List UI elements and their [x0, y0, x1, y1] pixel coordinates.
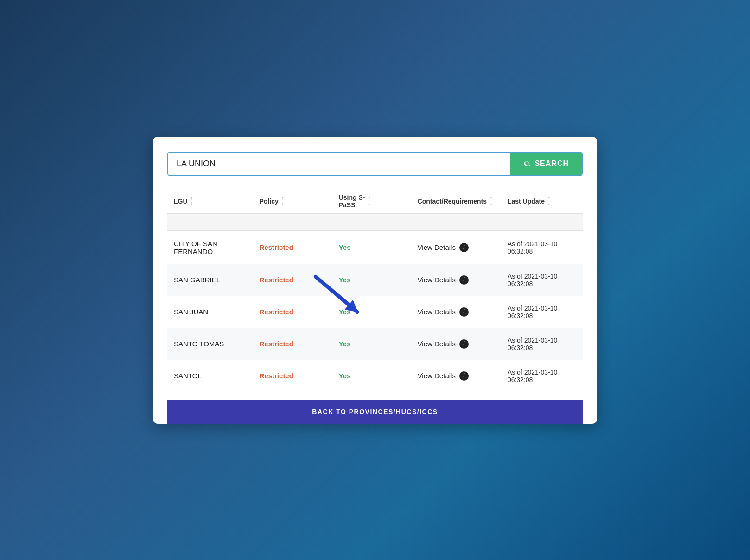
sort-spass-icon[interactable]: ↑↓ [368, 196, 370, 205]
info-icon[interactable]: i [459, 243, 469, 252]
search-input[interactable] [168, 153, 510, 175]
filter-policy[interactable] [260, 217, 326, 228]
spass-value: Yes [332, 231, 411, 264]
search-row: SEARCH [167, 152, 583, 176]
results-table: LGU ↑↓ Policy ↑↓ [167, 189, 583, 392]
view-details-link[interactable]: View Details [418, 308, 456, 316]
policy-value: Restricted [253, 328, 332, 360]
table-row: SANTOLRestrictedYesView DetailsiAs of 20… [167, 360, 583, 392]
policy-value: Restricted [253, 296, 332, 328]
info-icon[interactable]: i [459, 275, 469, 285]
sort-contact-icon[interactable]: ↑↓ [489, 196, 492, 205]
policy-value: Restricted [253, 264, 332, 296]
info-icon[interactable]: i [459, 371, 469, 381]
filter-row [167, 214, 583, 231]
last-update-value: As of 2021-03-10 06:32:08 [501, 360, 583, 392]
filter-spass[interactable] [339, 217, 405, 228]
main-card: SEARCH LGU ↑↓ [153, 137, 597, 424]
spass-value: Yes [332, 328, 411, 360]
col-contact: Contact/Requirements ↑↓ [411, 189, 501, 214]
spass-value: Yes [332, 360, 411, 392]
info-icon[interactable]: i [459, 339, 469, 349]
lgu-name: SANTOL [167, 360, 253, 392]
table-row: CITY OF SAN FERNANDORestrictedYesView De… [167, 231, 583, 264]
contact-cell: View Detailsi [411, 328, 501, 360]
last-update-value: As of 2021-03-10 06:32:08 [501, 328, 583, 360]
lgu-name: CITY OF SAN FERNANDO [167, 231, 253, 264]
sort-policy-icon[interactable]: ↑↓ [281, 196, 284, 205]
info-icon[interactable]: i [459, 307, 469, 317]
table-wrapper: LGU ↑↓ Policy ↑↓ [167, 189, 583, 392]
last-update-value: As of 2021-03-10 06:32:08 [501, 296, 583, 328]
back-to-provinces-button[interactable]: BACK TO PROVINCES/HUCS/ICCS [167, 400, 583, 424]
table-header-row: LGU ↑↓ Policy ↑↓ [167, 189, 583, 214]
contact-cell: View Detailsi [411, 360, 501, 392]
view-details-link[interactable]: View Details [418, 372, 456, 380]
policy-value: Restricted [253, 360, 332, 392]
search-button-label: SEARCH [534, 159, 569, 168]
lgu-name: SANTO TOMAS [167, 328, 253, 360]
table-row: SAN JUANRestrictedYesView DetailsiAs of … [167, 296, 583, 328]
filter-contact[interactable] [418, 217, 495, 228]
last-update-value: As of 2021-03-10 06:32:08 [501, 264, 583, 296]
policy-value: Restricted [253, 231, 332, 264]
search-button[interactable]: SEARCH [510, 153, 582, 175]
contact-cell: View Detailsi [411, 296, 501, 328]
sort-update-icon[interactable]: ↑↓ [547, 196, 550, 205]
col-last-update: Last Update ↑↓ [501, 189, 583, 214]
filter-lgu[interactable] [174, 217, 247, 228]
contact-cell: View Detailsi [411, 264, 501, 296]
col-policy: Policy ↑↓ [253, 189, 332, 214]
view-details-link[interactable]: View Details [418, 340, 456, 348]
view-details-link[interactable]: View Details [418, 243, 456, 251]
contact-cell: View Detailsi [411, 231, 501, 264]
search-icon [523, 160, 531, 167]
spass-value: Yes [332, 264, 411, 296]
filter-update[interactable] [508, 217, 576, 228]
col-spass: Using S-PaSS ↑↓ [332, 189, 411, 214]
sort-lgu-icon[interactable]: ↑↓ [191, 196, 193, 205]
lgu-name: SAN GABRIEL [167, 264, 253, 296]
col-lgu: LGU ↑↓ [167, 189, 253, 214]
top-bar [153, 137, 597, 140]
last-update-value: As of 2021-03-10 06:32:08 [501, 231, 583, 264]
view-details-link[interactable]: View Details [418, 276, 456, 284]
card-body: SEARCH LGU ↑↓ [153, 140, 597, 424]
table-body: CITY OF SAN FERNANDORestrictedYesView De… [167, 231, 583, 392]
back-btn-row: BACK TO PROVINCES/HUCS/ICCS [167, 392, 583, 424]
spass-value: Yes [332, 296, 411, 328]
table-row: SAN GABRIELRestrictedYesView DetailsiAs … [167, 264, 583, 296]
table-row: SANTO TOMASRestrictedYesView DetailsiAs … [167, 328, 583, 360]
lgu-name: SAN JUAN [167, 296, 253, 328]
